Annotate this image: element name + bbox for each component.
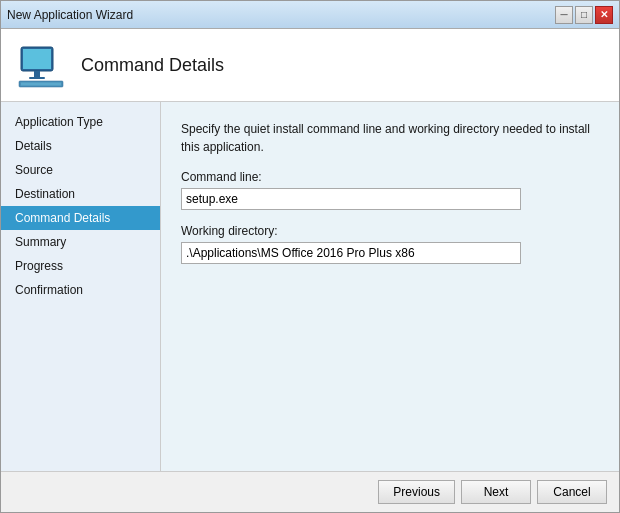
description-text: Specify the quiet install command line a… — [181, 120, 599, 156]
sidebar-item-destination[interactable]: Destination — [1, 182, 160, 206]
sidebar-item-details[interactable]: Details — [1, 134, 160, 158]
sidebar-item-command-details[interactable]: Command Details — [1, 206, 160, 230]
sidebar-item-confirmation[interactable]: Confirmation — [1, 278, 160, 302]
wizard-window: New Application Wizard ─ □ ✕ Command Det… — [0, 0, 620, 513]
close-button[interactable]: ✕ — [595, 6, 613, 24]
title-bar: New Application Wizard ─ □ ✕ — [1, 1, 619, 29]
working-directory-input[interactable] — [181, 242, 521, 264]
command-line-input[interactable] — [181, 188, 521, 210]
working-directory-label: Working directory: — [181, 224, 599, 238]
cancel-button[interactable]: Cancel — [537, 480, 607, 504]
maximize-button[interactable]: □ — [575, 6, 593, 24]
wizard-header: Command Details — [1, 29, 619, 102]
wizard-icon — [17, 41, 65, 89]
command-line-group: Command line: — [181, 170, 599, 210]
content-area: Specify the quiet install command line a… — [161, 102, 619, 471]
page-title: Command Details — [81, 55, 224, 76]
working-directory-group: Working directory: — [181, 224, 599, 264]
sidebar-item-application-type[interactable]: Application Type — [1, 110, 160, 134]
next-button[interactable]: Next — [461, 480, 531, 504]
wizard-body: Application TypeDetailsSourceDestination… — [1, 102, 619, 471]
previous-button[interactable]: Previous — [378, 480, 455, 504]
sidebar-item-summary[interactable]: Summary — [1, 230, 160, 254]
svg-rect-3 — [29, 77, 45, 79]
sidebar-item-source[interactable]: Source — [1, 158, 160, 182]
window-title: New Application Wizard — [7, 8, 133, 22]
wizard-footer: Previous Next Cancel — [1, 471, 619, 512]
sidebar-item-progress[interactable]: Progress — [1, 254, 160, 278]
sidebar: Application TypeDetailsSourceDestination… — [1, 102, 161, 471]
svg-rect-2 — [34, 71, 40, 77]
minimize-button[interactable]: ─ — [555, 6, 573, 24]
svg-rect-5 — [21, 83, 61, 86]
command-line-label: Command line: — [181, 170, 599, 184]
svg-rect-1 — [23, 49, 51, 69]
title-bar-controls: ─ □ ✕ — [555, 6, 613, 24]
